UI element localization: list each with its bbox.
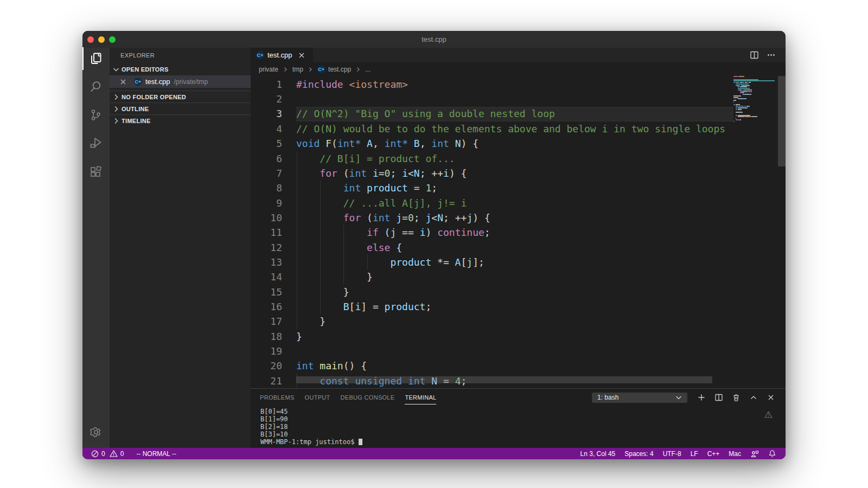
cpp-file-icon: C+ xyxy=(317,66,325,73)
breadcrumb-symbol-tail[interactable]: ... xyxy=(365,66,371,73)
open-editor-item-test-cpp[interactable]: C+ test.cpp /private/tmp xyxy=(110,75,251,88)
vertical-scrollbar[interactable] xyxy=(778,76,786,166)
activity-bar-item-source-control[interactable] xyxy=(82,102,110,128)
code-line-7: for (int i=0; i<N; ++i) { xyxy=(296,166,728,181)
line-numbers-gutter: 123456789101112131415161718192021 xyxy=(251,77,282,388)
code-line-15: } xyxy=(296,285,728,299)
kill-terminal-icon[interactable] xyxy=(732,393,741,402)
sidebar-section-no-folder-opened[interactable]: NO FOLDER OPENED xyxy=(110,91,251,102)
code-line-3: // O(N^2) "Big O" using a double nested … xyxy=(296,106,728,121)
open-editors-header[interactable]: OPEN EDITORS xyxy=(110,63,251,75)
errors-icon[interactable] xyxy=(91,450,99,458)
minimize-window-button[interactable] xyxy=(98,36,105,43)
status-item-utf-8[interactable]: UTF-8 xyxy=(663,450,681,458)
activity-bar-item-run-debug[interactable] xyxy=(82,130,110,156)
code-line-14: } xyxy=(296,269,728,284)
code-line-11: if (j == i) continue; xyxy=(296,225,728,240)
sidebar-section-timeline[interactable]: TIMELINE xyxy=(110,115,251,126)
code-line-6: // B[i] = product of... xyxy=(296,151,728,166)
close-window-button[interactable] xyxy=(87,36,94,43)
code-editor[interactable]: 123456789101112131415161718192021 #inclu… xyxy=(251,76,786,388)
terminal-panel: PROBLEMSOUTPUTDEBUG CONSOLETERMINAL 1: b… xyxy=(251,388,786,448)
activity-bar-item-explorer[interactable] xyxy=(82,46,110,72)
panel-tab-debug-console[interactable]: DEBUG CONSOLE xyxy=(341,394,395,401)
status-item-lf[interactable]: LF xyxy=(691,450,698,458)
status-item-spaces-4[interactable]: Spaces: 4 xyxy=(624,450,653,458)
title-bar[interactable]: test.cpp xyxy=(82,31,786,48)
warnings-icon[interactable] xyxy=(110,450,118,458)
terminal-line: B[1]=90 xyxy=(260,415,362,423)
cpp-file-icon: C+ xyxy=(256,51,264,59)
code-line-9: // ...all A[j], j!= i xyxy=(296,196,728,210)
terminal-line: B[2]=18 xyxy=(260,423,362,431)
terminal-prompt: WMM-MBP-1:tmp justintoo$ xyxy=(260,438,362,446)
code-line-13: product *= A[j]; xyxy=(296,255,728,269)
notifications-bell-icon[interactable] xyxy=(768,450,776,458)
terminal-shell-select[interactable]: 1: bash xyxy=(592,393,687,403)
terminal-line: B[3]=10 xyxy=(260,431,362,438)
warnings-count[interactable]: 0 xyxy=(120,450,124,458)
code-line-4: // O(N) would be to do the elements abov… xyxy=(296,121,728,136)
breadcrumb-item[interactable]: private xyxy=(259,66,278,73)
status-item-ln-3-col-45[interactable]: Ln 3, Col 45 xyxy=(580,450,616,458)
code-line-8: int product = 1; xyxy=(296,181,728,195)
tab-test-cpp[interactable]: C+ test.cpp xyxy=(251,48,313,62)
code-line-17: } xyxy=(296,314,728,329)
status-bar: 0 0 -- NORMAL -- Ln 3, Col 45Spaces: 4UT… xyxy=(82,448,786,459)
window-title: test.cpp xyxy=(422,35,446,43)
close-icon[interactable] xyxy=(119,78,127,86)
new-terminal-icon[interactable] xyxy=(697,393,706,402)
chevron-right-icon xyxy=(112,105,120,113)
code-content: #include <iostream>// O(N^2) "Big O" usi… xyxy=(296,77,728,388)
code-line-5: void F(int* A, int* B, int N) { xyxy=(296,136,728,151)
split-editor-icon[interactable] xyxy=(750,50,759,60)
vim-mode-indicator[interactable]: -- NORMAL -- xyxy=(136,450,176,458)
terminal-line: B[0]=45 xyxy=(260,408,362,415)
sidebar-title: EXPLORER xyxy=(120,52,155,59)
breadcrumb-item[interactable]: tmp xyxy=(292,66,303,73)
vscode-window: test.cpp EXPLORER OPEN EDITORS C+ test.c… xyxy=(82,31,786,459)
code-line-1: #include <iostream> xyxy=(296,77,728,92)
panel-header: PROBLEMSOUTPUTDEBUG CONSOLETERMINAL 1: b… xyxy=(251,389,786,406)
split-terminal-icon[interactable] xyxy=(714,393,723,402)
desktop-background: test.cpp EXPLORER OPEN EDITORS C+ test.c… xyxy=(0,0,868,488)
chevron-right-icon xyxy=(112,117,120,125)
terminal-output[interactable]: B[0]=45B[1]=90B[2]=18B[3]=10WMM-MBP-1:tm… xyxy=(260,408,362,446)
activity-bar xyxy=(82,48,110,448)
more-actions-icon[interactable] xyxy=(767,50,776,60)
minimap[interactable] xyxy=(733,76,778,122)
horizontal-scrollbar[interactable] xyxy=(296,376,712,383)
status-item-c-[interactable]: C++ xyxy=(707,450,720,458)
chevron-down-icon xyxy=(112,65,120,74)
editor-area: C+ test.cpp privatetmpC+test.cpp... 1234… xyxy=(251,48,786,448)
breadcrumb-separator-icon xyxy=(282,66,289,73)
activity-bar-item-settings[interactable] xyxy=(82,419,110,445)
feedback-icon[interactable] xyxy=(750,450,759,458)
close-tab-icon[interactable] xyxy=(297,51,306,60)
code-line-10: for (int j=0; j<N; ++j) { xyxy=(296,210,728,225)
breadcrumb-separator-icon xyxy=(355,66,361,73)
zoom-window-button[interactable] xyxy=(109,36,116,43)
code-line-16: B[i] = product; xyxy=(296,299,728,314)
breadcrumb-separator-icon xyxy=(307,66,314,73)
errors-count[interactable]: 0 xyxy=(101,450,105,458)
close-panel-icon[interactable] xyxy=(767,393,775,402)
sidebar-section-outline[interactable]: OUTLINE xyxy=(110,103,251,114)
code-line-2 xyxy=(296,92,728,106)
breadcrumb[interactable]: privatetmpC+test.cpp... xyxy=(251,62,786,76)
code-line-12: else { xyxy=(296,240,728,255)
panel-tab-terminal[interactable]: TERMINAL xyxy=(405,394,436,401)
panel-tab-problems[interactable]: PROBLEMS xyxy=(260,394,295,401)
activity-bar-item-search[interactable] xyxy=(82,74,110,100)
terminal-warning-icon xyxy=(764,410,773,421)
breadcrumb-item[interactable]: test.cpp xyxy=(328,66,351,73)
code-line-20: int main() { xyxy=(296,358,728,373)
tab-bar: C+ test.cpp xyxy=(251,48,786,62)
explorer-sidebar: EXPLORER OPEN EDITORS C+ test.cpp /priva… xyxy=(110,48,251,448)
panel-tab-output[interactable]: OUTPUT xyxy=(305,394,330,401)
maximize-panel-icon[interactable] xyxy=(749,393,758,402)
code-line-19 xyxy=(296,344,728,358)
status-item-mac[interactable]: Mac xyxy=(729,450,741,458)
chevron-down-icon xyxy=(674,393,683,402)
activity-bar-item-extensions[interactable] xyxy=(82,158,110,184)
